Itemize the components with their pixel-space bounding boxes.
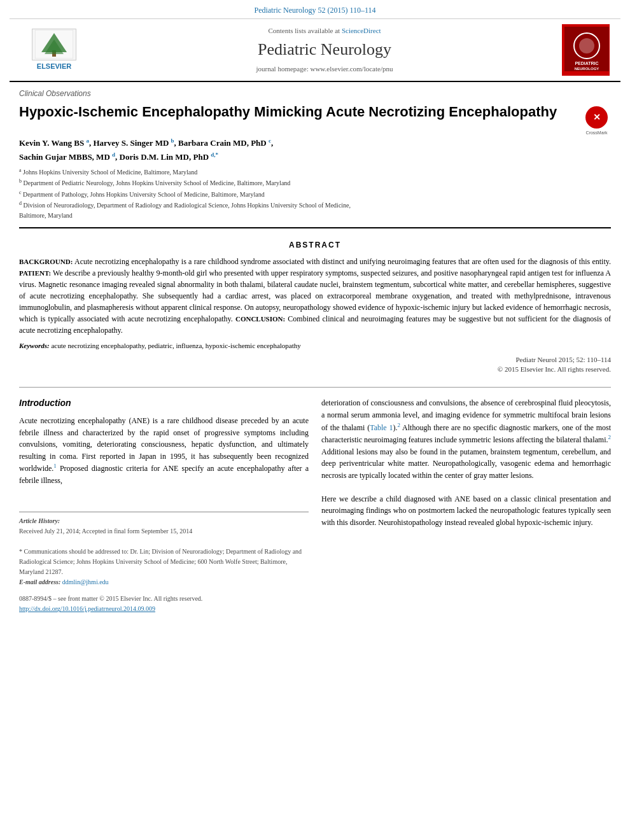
- svg-point-6: [579, 38, 594, 53]
- email-line: E-mail address: ddmlin@jhmi.edu: [19, 577, 309, 587]
- introduction-heading: Introduction: [19, 397, 309, 410]
- article-footer: Article History: Received July 21, 2014;…: [19, 512, 309, 614]
- journal-top-bar: Pediatric Neurology 52 (2015) 110–114: [0, 0, 630, 18]
- abstract-label: ABSTRACT: [19, 240, 611, 251]
- journal-citation: Pediatric Neurology 52 (2015) 110–114: [254, 6, 375, 15]
- journal-thumb: PEDIATRIC NEUROLOGY: [562, 24, 610, 76]
- elsevier-text: ELSEVIER: [37, 62, 71, 71]
- keywords-text: acute necrotizing encephalopathy, pediat…: [51, 342, 300, 349]
- contents-line: Contents lists available at ScienceDirec…: [89, 26, 560, 36]
- patient-label: PATIENT:: [19, 269, 51, 277]
- article-title: Hypoxic-Ischemic Encephalopathy Mimickin…: [19, 103, 576, 122]
- article-history-label: Article History:: [19, 516, 309, 526]
- abstract-text: BACKGROUND: Acute necrotizing encephalop…: [19, 256, 611, 336]
- journal-header: ELSEVIER Contents lists available at Sci…: [10, 18, 620, 82]
- abstract-section: ABSTRACT BACKGROUND: Acute necrotizing e…: [19, 234, 611, 381]
- affiliations: a Johns Hopkins University School of Med…: [19, 167, 611, 221]
- intro-right-text-2: Here we describe a child diagnosed with …: [321, 493, 611, 529]
- crossmark-icon: ✕: [585, 106, 608, 129]
- authors: Kevin Y. Wang BS a, Harvey S. Singer MD …: [19, 136, 611, 164]
- keywords-line: Keywords: acute necrotizing encephalopat…: [19, 341, 611, 351]
- svg-text:NEUROLOGY: NEUROLOGY: [574, 67, 599, 71]
- issn-line: 0887-8994/$ – see front matter © 2015 El…: [19, 594, 309, 604]
- left-column: Introduction Acute necrotizing encephalo…: [19, 397, 309, 614]
- section-divider: [19, 227, 611, 228]
- intro-left-text: Acute necrotizing encephalopathy (ANE) i…: [19, 415, 309, 487]
- copyright-line: © 2015 Elsevier Inc. All rights reserved…: [19, 365, 611, 374]
- background-label: BACKGROUND:: [19, 258, 73, 265]
- journal-header-right: PEDIATRIC NEUROLOGY: [560, 24, 611, 76]
- doi-line: http://dx.doi.org/10.1016/j.pediatrneuro…: [19, 604, 309, 614]
- crossmark-label: CrossMark: [586, 130, 608, 136]
- section-label: Clinical Observations: [19, 88, 611, 99]
- elsevier-tree-icon: [32, 29, 76, 60]
- journal-title: Pediatric Neurology: [89, 38, 560, 61]
- two-column-layout: Introduction Acute necrotizing encephalo…: [19, 397, 611, 614]
- table1-link[interactable]: Table 1: [370, 423, 393, 432]
- received-line: Received July 21, 2014; Accepted in fina…: [19, 526, 309, 536]
- correspondence-line: * Communications should be addressed to:…: [19, 547, 309, 577]
- journal-header-center: Contents lists available at ScienceDirec…: [89, 26, 560, 74]
- background-text: Acute necrotizing encephalopathy is a ra…: [74, 257, 611, 266]
- conclusion-label: CONCLUSION:: [235, 315, 285, 323]
- doi-link[interactable]: http://dx.doi.org/10.1016/j.pediatrneuro…: [19, 605, 155, 612]
- homepage-line: journal homepage: www.elsevier.com/locat…: [89, 64, 560, 74]
- intro-right-text: deterioration of consciousness and convu…: [321, 397, 611, 481]
- email-link[interactable]: ddmlin@jhmi.edu: [62, 578, 109, 585]
- svg-text:PEDIATRIC: PEDIATRIC: [575, 61, 598, 66]
- crossmark-badge[interactable]: ✕ CrossMark: [582, 106, 611, 136]
- citation-line: Pediatr Neurol 2015; 52: 110–114: [19, 355, 611, 365]
- content-divider: [19, 387, 611, 388]
- title-row: Hypoxic-Ischemic Encephalopathy Mimickin…: [19, 103, 611, 136]
- page: Pediatric Neurology 52 (2015) 110–114 EL…: [0, 0, 630, 840]
- keywords-label: Keywords:: [19, 342, 50, 349]
- main-content: Clinical Observations Hypoxic-Ischemic E…: [0, 82, 630, 627]
- right-column: deterioration of consciousness and convu…: [321, 397, 611, 614]
- elsevier-logo: ELSEVIER: [19, 29, 89, 71]
- sciencedirect-link[interactable]: ScienceDirect: [342, 27, 381, 34]
